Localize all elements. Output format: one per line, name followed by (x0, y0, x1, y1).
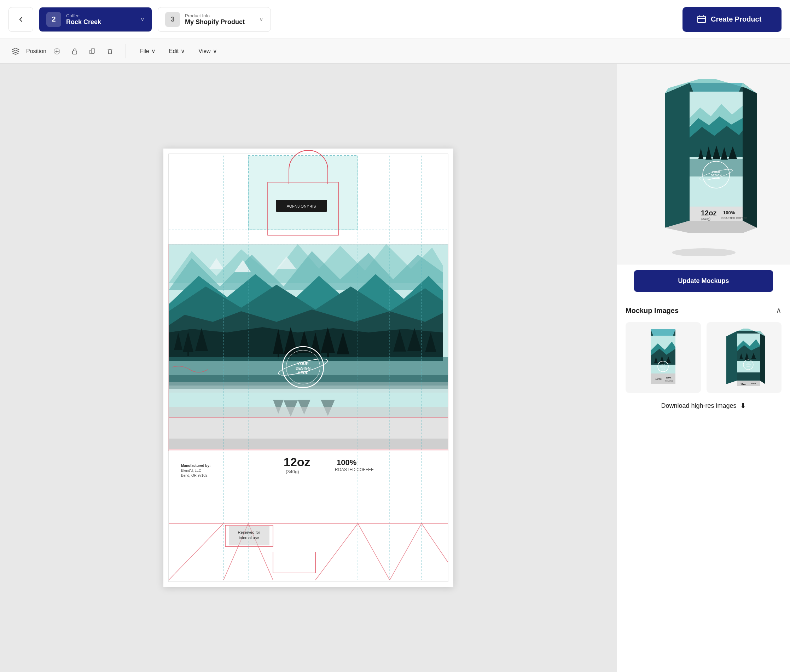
mockup-thumb-1-image: YOUR DESIGN HERE 12oz 100% ROASTED (642, 326, 684, 389)
svg-text:(340g): (340g) (286, 469, 299, 474)
svg-text:Reserved for: Reserved for (238, 530, 260, 534)
svg-marker-87 (689, 83, 743, 91)
mockup-preview: YOUR DESIGN HERE 12oz (340g) 100% ROASTE… (617, 64, 790, 264)
mockup-thumb-2-image: YOUR DESIGN HERE 12oz 100% (719, 326, 769, 389)
step-2-info: Coffee Rock Creek (66, 13, 101, 26)
svg-marker-85 (743, 83, 757, 228)
svg-text:HERE: HERE (712, 177, 720, 180)
coffee-bag-mockup: YOUR DESIGN HERE 12oz (340g) 100% ROASTE… (644, 72, 764, 256)
mockup-images-collapse-button[interactable]: ∧ (776, 306, 782, 315)
mockup-thumb-1[interactable]: YOUR DESIGN HERE 12oz 100% ROASTED (625, 322, 701, 393)
svg-rect-2 (72, 51, 77, 54)
svg-text:YOUR: YOUR (297, 362, 309, 366)
svg-rect-5 (248, 156, 358, 230)
svg-rect-112 (651, 373, 675, 384)
svg-text:HERE: HERE (747, 366, 750, 368)
step-2-title: Rock Creek (66, 18, 101, 26)
step-3-info: Product Info My Shopify Product (185, 13, 245, 26)
svg-text:100%: 100% (751, 382, 756, 384)
copy-button[interactable] (85, 44, 99, 58)
mockup-images-section: Mockup Images ∧ (617, 298, 790, 418)
download-high-res-link[interactable]: Download high-res images ⬇ (625, 402, 782, 410)
svg-text:YOUR: YOUR (747, 363, 750, 364)
step-2-subtitle: Coffee (66, 13, 101, 18)
step-3-title: My Shopify Product (185, 18, 245, 26)
lock-button[interactable] (67, 44, 82, 58)
step-3-subtitle: Product Info (185, 13, 245, 18)
svg-marker-83 (665, 83, 689, 228)
svg-text:ROASTED: ROASTED (665, 380, 673, 382)
main-area: ΑΟFΝ3 ΟΝΥ 4IS (0, 64, 790, 672)
svg-marker-128 (760, 331, 765, 384)
svg-text:ROASTED COFFEE: ROASTED COFFEE (721, 216, 747, 220)
edit-chevron-icon: ∨ (181, 48, 185, 54)
svg-text:ROASTED COFFEE: ROASTED COFFEE (335, 467, 374, 472)
svg-text:12oz: 12oz (655, 377, 662, 380)
position-label: Position (26, 48, 46, 54)
svg-text:100%: 100% (337, 458, 357, 467)
create-product-button[interactable]: Create Product (683, 7, 782, 32)
step-3-chevron: ∨ (259, 16, 264, 22)
editor-panel[interactable]: ΑΟFΝ3 ΟΝΥ 4IS (0, 64, 617, 672)
svg-text:DESIGN: DESIGN (746, 364, 751, 366)
svg-text:YOUR: YOUR (712, 170, 720, 174)
svg-text:Blend'd, LLC: Blend'd, LLC (181, 469, 201, 472)
svg-rect-51 (169, 438, 448, 449)
back-button[interactable] (8, 7, 33, 32)
right-sidebar: YOUR DESIGN HERE 12oz (340g) 100% ROASTE… (617, 64, 790, 672)
update-mockups-button[interactable]: Update Mockups (634, 270, 773, 292)
svg-text:Bend, OR 97102: Bend, OR 97102 (181, 474, 208, 477)
toolbar-right: File ∨ Edit ∨ View ∨ (134, 45, 223, 57)
mockup-thumb-2[interactable]: YOUR DESIGN HERE 12oz 100% (707, 322, 782, 393)
svg-text:HERE: HERE (298, 371, 309, 375)
svg-text:12oz: 12oz (284, 455, 310, 469)
step-3-product[interactable]: 3 Product Info My Shopify Product ∨ (158, 7, 271, 32)
svg-text:DESIGN: DESIGN (710, 174, 721, 177)
step-2-number: 2 (46, 12, 61, 27)
mockup-images-title: Mockup Images (625, 307, 679, 315)
update-mockups-section: Update Mockups (617, 264, 790, 298)
svg-text:Manufactured by:: Manufactured by: (181, 464, 210, 467)
download-icon: ⬇ (740, 402, 746, 410)
dieline-container[interactable]: ΑΟFΝ3 ΟΝΥ 4IS (163, 149, 453, 587)
svg-text:12oz: 12oz (701, 209, 716, 217)
svg-text:internal use: internal use (239, 536, 259, 540)
toolbar: Position File (0, 39, 790, 64)
svg-marker-111 (651, 329, 675, 336)
step-2-chevron: ∨ (141, 16, 145, 22)
svg-text:100%: 100% (666, 377, 672, 379)
view-chevron-icon: ∨ (213, 48, 217, 54)
file-menu-button[interactable]: File ∨ (134, 45, 161, 57)
mockup-images-header: Mockup Images ∧ (625, 306, 782, 315)
step-2-coffee[interactable]: 2 Coffee Rock Creek ∨ (39, 7, 152, 32)
view-menu-button[interactable]: View ∨ (193, 45, 222, 57)
svg-text:HERE: HERE (661, 368, 665, 370)
svg-text:(340g): (340g) (701, 217, 710, 221)
layers-button[interactable] (8, 44, 22, 58)
mockup-grid: YOUR DESIGN HERE 12oz 100% ROASTED (625, 322, 782, 393)
top-nav: 2 Coffee Rock Creek ∨ 3 Product Info My … (0, 0, 790, 39)
svg-point-82 (672, 248, 736, 256)
svg-rect-24 (187, 352, 189, 356)
svg-text:DESIGN: DESIGN (660, 366, 666, 368)
edit-menu-button[interactable]: Edit ∨ (163, 45, 191, 57)
svg-text:100%: 100% (723, 210, 735, 215)
svg-marker-126 (726, 331, 737, 384)
svg-rect-3 (91, 49, 95, 53)
svg-text:12oz: 12oz (740, 383, 746, 386)
svg-text:DESIGN: DESIGN (296, 366, 310, 370)
svg-text:ΑΟFΝ3 ΟΝΥ 4IS: ΑΟFΝ3 ΟΝΥ 4IS (287, 204, 316, 208)
svg-rect-0 (698, 16, 705, 22)
dieline-art: ΑΟFΝ3 ΟΝΥ 4IS (163, 149, 453, 587)
svg-text:YOUR: YOUR (661, 364, 665, 366)
toolbar-left: Position (8, 44, 126, 58)
move-up-button[interactable] (50, 44, 64, 58)
file-chevron-icon: ∨ (151, 48, 155, 54)
create-product-label: Create Product (711, 15, 761, 23)
step-3-number: 3 (165, 12, 180, 27)
delete-button[interactable] (103, 44, 117, 58)
